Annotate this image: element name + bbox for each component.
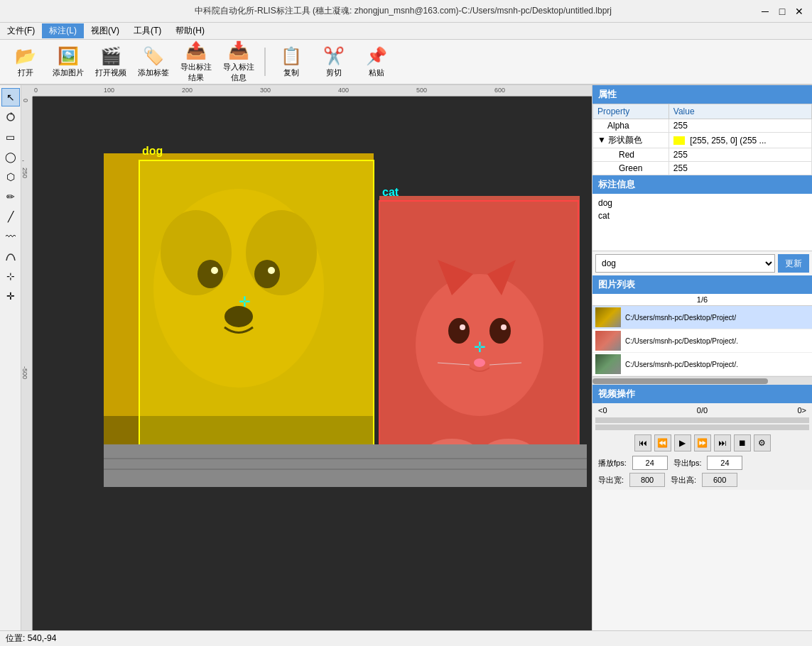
tool-select[interactable]: ↖ bbox=[1, 88, 20, 106]
dim-row: 导出宽: 导出高: bbox=[595, 471, 809, 488]
video-btn-play[interactable]: ▶ bbox=[674, 434, 691, 451]
prop-green-name: Green bbox=[593, 162, 669, 175]
open-icon: 📂 bbox=[15, 46, 36, 66]
menu-tools[interactable]: 工具(T) bbox=[126, 23, 168, 38]
prop-shapecolor-value: [255, 255, 0] (255 ... bbox=[668, 133, 811, 148]
export-height-label: 导出高: bbox=[671, 475, 696, 486]
right-panel: 属性 Property Value Alpha 255 ▼ 形状颜色 bbox=[592, 85, 812, 630]
image-list-container[interactable]: C:/Users/msnh-pc/Desktop/Project/ C:/Use… bbox=[592, 306, 812, 376]
open-video-label: 打开视频 bbox=[95, 67, 126, 78]
add-image-button[interactable]: 🖼️ 添加图片 bbox=[48, 42, 88, 82]
minimize-button[interactable]: ─ bbox=[758, 4, 772, 18]
update-button[interactable]: 更新 bbox=[778, 254, 809, 273]
tool-polygon[interactable]: ⬡ bbox=[1, 168, 20, 186]
image-path: C:/Users/msnh-pc/Desktop/Project/. bbox=[625, 361, 738, 368]
close-button[interactable]: ✕ bbox=[792, 4, 806, 18]
copy-button[interactable]: 📋 复制 bbox=[271, 42, 311, 82]
video-slider-1[interactable] bbox=[595, 417, 809, 423]
add-image-icon: 🖼️ bbox=[58, 46, 79, 66]
menu-file[interactable]: 文件(F) bbox=[0, 23, 42, 38]
cut-label: 剪切 bbox=[326, 67, 342, 78]
prop-shapecolor-name: ▼ 形状颜色 bbox=[593, 133, 669, 148]
export-width-label: 导出宽: bbox=[598, 475, 624, 486]
export-icon: 📤 bbox=[185, 40, 207, 60]
play-fps-input[interactable] bbox=[632, 456, 668, 470]
ruler-left: 0 - 250 -500 bbox=[21, 97, 33, 630]
cut-button[interactable]: ✂️ 剪切 bbox=[314, 42, 354, 82]
image-thumb bbox=[595, 354, 621, 374]
prop-red-name: Red bbox=[593, 148, 669, 162]
title-text: 中科院自动化所-RLIS标注工具 (穗土凝魂: zhongjun_msnh@16… bbox=[48, 5, 758, 17]
menu-help[interactable]: 帮助(H) bbox=[168, 23, 212, 38]
label-select[interactable]: dog cat bbox=[595, 254, 775, 273]
svg-text:✛: ✛ bbox=[474, 339, 486, 355]
time-start: <0 bbox=[598, 406, 607, 415]
maximize-button[interactable]: □ bbox=[775, 4, 789, 18]
image-list-scrollbar[interactable] bbox=[592, 376, 812, 385]
add-tag-button[interactable]: 🏷️ 添加标签 bbox=[134, 42, 173, 82]
list-item[interactable]: C:/Users/msnh-pc/Desktop/Project/ bbox=[592, 306, 812, 329]
svg-rect-33 bbox=[104, 444, 587, 487]
export-button[interactable]: 📤 导出标注结果 bbox=[176, 42, 216, 82]
export-fps-input[interactable] bbox=[707, 456, 742, 470]
label-input-area: dog cat 更新 bbox=[592, 251, 812, 275]
svg-text:dog: dog bbox=[142, 145, 163, 157]
properties-content: Property Value Alpha 255 ▼ 形状颜色 [255, 25… bbox=[592, 104, 812, 175]
menu-bar: 文件(F) 标注(L) 视图(V) 工具(T) 帮助(H) bbox=[0, 23, 812, 40]
import-button[interactable]: 📥 导入标注信息 bbox=[219, 42, 259, 82]
canvas-area[interactable]: 0 100 200 300 400 500 600 0 - 250 -500 bbox=[21, 85, 592, 630]
list-item: cat bbox=[598, 209, 806, 222]
table-row: Red 255 bbox=[593, 148, 812, 162]
open-video-icon: 🎬 bbox=[100, 46, 121, 66]
open-button[interactable]: 📂 打开 bbox=[6, 42, 45, 82]
tool-curve[interactable]: 〰 bbox=[1, 227, 20, 246]
tool-ellipse[interactable]: ◯ bbox=[1, 148, 20, 166]
video-btn-prev[interactable]: ⏪ bbox=[654, 434, 671, 451]
fps-row: 播放fps: 导出fps: bbox=[595, 454, 809, 471]
video-slider-inner bbox=[595, 417, 809, 423]
tool-point[interactable]: ⊹ bbox=[1, 267, 20, 285]
menu-view[interactable]: 视图(V) bbox=[84, 23, 126, 38]
ruler-top: 0 100 200 300 400 500 600 bbox=[33, 85, 592, 97]
copy-icon: 📋 bbox=[281, 46, 302, 66]
video-btn-last[interactable]: ⏭ bbox=[714, 434, 731, 451]
paste-label: 粘贴 bbox=[369, 67, 384, 78]
import-label: 导入标注信息 bbox=[220, 62, 258, 83]
annotation-list: dog cat bbox=[592, 194, 812, 251]
copy-label: 复制 bbox=[283, 67, 299, 78]
title-controls: ─ □ ✕ bbox=[758, 4, 806, 18]
video-btn-settings[interactable]: ⚙ bbox=[754, 434, 771, 451]
main-area: ↖ ▭ ◯ ⬡ ✏ ╱ 〰 ⊹ ✛ 0 100 200 300 400 500 … bbox=[0, 85, 812, 630]
video-btn-next[interactable]: ⏩ bbox=[694, 434, 711, 451]
menu-annotate[interactable]: 标注(L) bbox=[42, 23, 84, 38]
paste-icon: 📌 bbox=[366, 46, 387, 66]
tool-rotate[interactable] bbox=[1, 108, 20, 126]
ruler-corner bbox=[21, 85, 33, 97]
export-height-input[interactable] bbox=[702, 473, 737, 487]
export-width-input[interactable] bbox=[629, 473, 665, 487]
list-item: dog bbox=[598, 197, 806, 209]
paste-button[interactable]: 📌 粘贴 bbox=[357, 42, 396, 82]
tool-bezier[interactable] bbox=[1, 247, 20, 265]
tool-line[interactable]: ╱ bbox=[1, 207, 20, 226]
tool-add[interactable]: ✛ bbox=[1, 287, 20, 305]
properties-header: 属性 bbox=[592, 85, 812, 104]
video-btn-stop[interactable]: ⏹ bbox=[734, 434, 751, 451]
list-item[interactable]: C:/Users/msnh-pc/Desktop/Project/. bbox=[592, 329, 812, 353]
annotation-header: 标注信息 bbox=[592, 175, 812, 194]
tool-pen[interactable]: ✏ bbox=[1, 187, 20, 206]
video-slider-2[interactable] bbox=[595, 425, 809, 430]
video-btn-first[interactable]: ⏮ bbox=[634, 434, 651, 451]
time-current: 0/0 bbox=[697, 406, 708, 415]
video-time-row: <0 0/0 0> bbox=[595, 405, 809, 416]
table-row: Alpha 255 bbox=[593, 119, 812, 133]
list-item[interactable]: C:/Users/msnh-pc/Desktop/Project/. bbox=[592, 353, 812, 376]
tool-rect[interactable]: ▭ bbox=[1, 128, 20, 146]
add-tag-label: 添加标签 bbox=[138, 67, 169, 78]
table-row: ▼ 形状颜色 [255, 255, 0] (255 ... bbox=[593, 133, 812, 148]
image-counter: 1/6 bbox=[592, 294, 812, 306]
video-slider-inner-2 bbox=[595, 425, 809, 430]
image-path: C:/Users/msnh-pc/Desktop/Project/ bbox=[625, 314, 736, 322]
open-video-button[interactable]: 🎬 打开视频 bbox=[91, 42, 131, 82]
color-swatch bbox=[673, 136, 685, 145]
